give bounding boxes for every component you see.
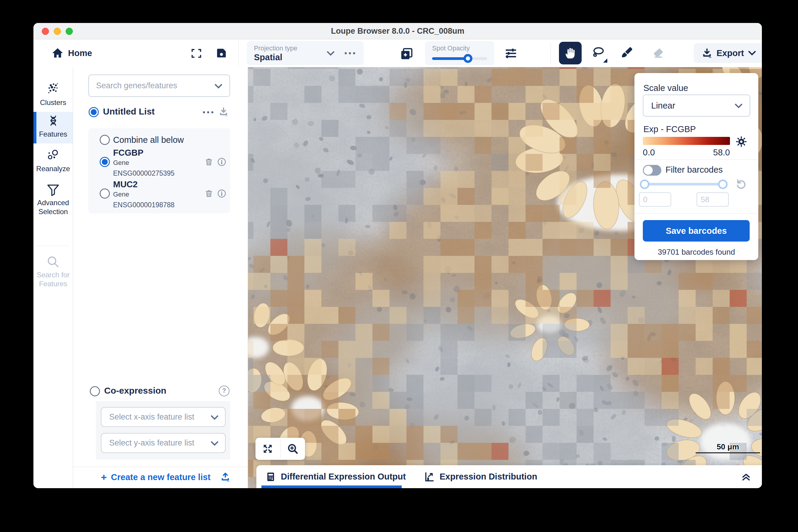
sidebar-item-label: Search for Features xyxy=(33,270,73,288)
legend-min: 0.0 xyxy=(643,148,655,157)
fullscreen-icon xyxy=(191,48,202,58)
active-tab-bar xyxy=(33,112,36,144)
brush-tool-button[interactable] xyxy=(615,42,638,64)
search-genes-input[interactable]: Search genes/features xyxy=(88,75,230,97)
spot-opacity-fill xyxy=(432,57,468,60)
lasso-options-indicator xyxy=(603,58,607,63)
trash-icon[interactable] xyxy=(204,157,214,167)
rail-divider xyxy=(36,246,70,246)
filter-barcodes-toggle[interactable] xyxy=(643,165,661,176)
zoom-in-button[interactable] xyxy=(280,438,305,460)
bottom-tab-bar: Differential Expression Output Expressio… xyxy=(256,465,762,488)
home-button[interactable]: Home xyxy=(52,48,92,58)
plus-icon: + xyxy=(101,472,107,483)
home-label: Home xyxy=(68,48,92,58)
feature-type: Gene xyxy=(113,191,129,198)
lasso-icon xyxy=(592,46,605,60)
sidebar-item-clusters[interactable]: Clusters xyxy=(33,81,73,107)
canvas-zoom-controls xyxy=(255,438,305,460)
new-window-icon xyxy=(400,47,414,60)
spot-opacity-control: Spot Opacity xyxy=(425,41,494,65)
save-icon xyxy=(216,48,227,59)
tab-label: Expression Distribution xyxy=(440,472,537,481)
list-more-icon[interactable] xyxy=(203,111,213,113)
info-icon[interactable] xyxy=(217,157,227,167)
chevron-down-icon[interactable] xyxy=(327,51,334,56)
tab-expression-distribution[interactable]: Expression Distribution xyxy=(423,465,537,488)
create-feature-list-label: Create a new feature list xyxy=(111,472,211,482)
toolbar-divider xyxy=(238,39,238,67)
double-chevron-up-icon xyxy=(740,470,752,482)
save-barcodes-button[interactable]: Save barcodes xyxy=(643,220,750,242)
coexpression-radio[interactable] xyxy=(90,386,100,396)
lasso-tool-button[interactable] xyxy=(587,42,610,64)
feature-radio[interactable] xyxy=(100,188,110,198)
feature-ensembl-id: ENSG00000275395 xyxy=(113,169,175,177)
title-bar: Loupe Browser 8.0.0 - CRC_008um xyxy=(33,23,762,39)
fit-view-button[interactable] xyxy=(255,438,280,460)
help-icon[interactable]: ? xyxy=(219,385,230,396)
panel-divider xyxy=(634,213,758,213)
range-handle-max[interactable] xyxy=(718,179,728,189)
expand-arrows-icon xyxy=(262,443,274,455)
spot-opacity-slider[interactable] xyxy=(432,57,487,60)
sliders-icon xyxy=(504,47,518,60)
sidebar-item-search-features[interactable]: Search for Features xyxy=(33,254,73,288)
pan-tool-button[interactable] xyxy=(559,42,582,64)
select-y-placeholder: Select y-axis feature list xyxy=(109,434,194,452)
create-feature-list-button[interactable]: + Create a new feature list xyxy=(101,472,211,483)
spot-opacity-knob[interactable] xyxy=(464,54,472,63)
sidebar-item-features[interactable]: Features xyxy=(33,114,73,139)
select-x-placeholder: Select x-axis feature list xyxy=(109,407,194,426)
combine-all-radio[interactable] xyxy=(100,135,110,145)
scalebar-line xyxy=(696,452,760,453)
scale-value-panel: Scale value Linear Exp - FCGBP xyxy=(634,73,758,260)
upload-list-icon[interactable] xyxy=(220,472,230,482)
brush-icon xyxy=(619,46,633,60)
filter-min-input[interactable] xyxy=(639,192,671,207)
distribution-chart-icon xyxy=(423,471,435,483)
save-button[interactable] xyxy=(216,48,227,60)
new-window-button[interactable] xyxy=(400,47,414,62)
eraser-tool-button[interactable] xyxy=(647,42,670,64)
active-tab-underline xyxy=(261,486,402,488)
download-list-icon[interactable] xyxy=(218,107,229,117)
collapse-panel-button[interactable] xyxy=(740,470,752,484)
sidebar-item-advanced-selection[interactable]: Advanced Selection xyxy=(33,183,73,216)
app-window: Loupe Browser 8.0.0 - CRC_008um Home Pro… xyxy=(33,23,762,488)
feature-name[interactable]: MUC2 xyxy=(113,179,138,189)
scale-value-title: Scale value xyxy=(643,83,688,93)
magnifier-plus-icon xyxy=(287,443,299,455)
projection-type-control[interactable]: Projection type Spatial xyxy=(247,41,364,65)
window-title: Loupe Browser 8.0.0 - CRC_008um xyxy=(33,23,762,39)
display-settings-button[interactable] xyxy=(504,47,518,61)
scale-type-dropdown[interactable]: Linear xyxy=(643,95,750,117)
feature-radio[interactable] xyxy=(100,157,110,167)
scale-type-value: Linear xyxy=(651,95,675,116)
range-handle-min[interactable] xyxy=(640,179,649,189)
export-button[interactable]: Export xyxy=(694,43,762,63)
spatial-canvas[interactable]: Scale value Linear Exp - FCGBP xyxy=(248,67,762,488)
reset-icon[interactable] xyxy=(734,178,746,189)
gear-icon[interactable] xyxy=(735,136,747,148)
projection-type-label: Projection type xyxy=(254,44,297,52)
legend-max: 58.0 xyxy=(703,148,730,157)
chevron-down-icon xyxy=(215,83,222,89)
untitled-list-radio[interactable] xyxy=(89,107,99,117)
barcodes-found-status: 39701 barcodes found xyxy=(634,248,758,257)
tab-differential-expression[interactable]: Differential Expression Output xyxy=(265,465,406,488)
select-x-axis-dropdown[interactable]: Select x-axis feature list xyxy=(101,407,225,427)
feature-list-title[interactable]: Untitled List xyxy=(103,107,155,117)
sidebar-item-reanalyze[interactable]: Reanalyze xyxy=(33,148,73,173)
trash-icon[interactable] xyxy=(204,188,214,198)
export-label: Export xyxy=(717,48,744,58)
select-y-axis-dropdown[interactable]: Select y-axis feature list xyxy=(101,433,225,453)
projection-more-icon[interactable] xyxy=(345,52,355,54)
fullscreen-button[interactable] xyxy=(191,48,202,60)
feature-list-card: Combine all below FCGBP Gene ENSG0000027… xyxy=(88,128,230,213)
info-icon[interactable] xyxy=(217,188,227,198)
filter-max-input[interactable] xyxy=(696,192,729,207)
sidebar-item-label: Features xyxy=(33,130,73,139)
filter-range-slider[interactable] xyxy=(643,183,724,186)
feature-name[interactable]: FCGBP xyxy=(113,148,144,158)
